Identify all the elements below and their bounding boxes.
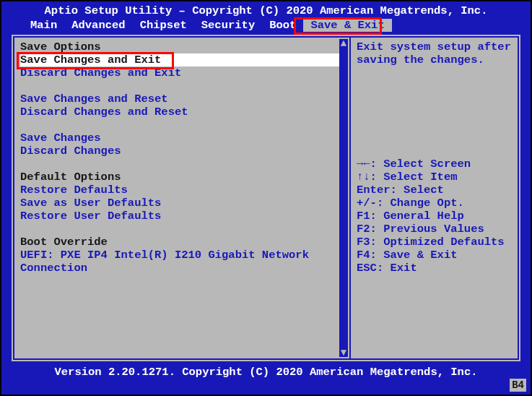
tab-save-exit[interactable]: Save & Exit: [303, 19, 391, 32]
blank-row: [20, 119, 344, 132]
key-hint: ESC: Exit: [357, 262, 512, 275]
key-hint: F2: Previous Values: [357, 223, 512, 236]
key-hint: F1: General Help: [357, 210, 512, 223]
corner-badge: B4: [510, 379, 526, 392]
menu-item[interactable]: Restore User Defaults: [20, 210, 344, 223]
help-text: Exit system setup after saving the chang…: [357, 40, 512, 66]
menu-item[interactable]: Save Changes and Reset: [20, 92, 344, 106]
tab-security[interactable]: Security: [194, 19, 262, 32]
tab-main[interactable]: Main: [23, 19, 64, 32]
menu-item[interactable]: Discard Changes and Reset: [20, 106, 344, 119]
key-hint: F4: Save & Exit: [357, 249, 512, 262]
blank-row: [20, 158, 344, 171]
footer-text: Version 2.20.1271. Copyright (C) 2020 Am…: [1, 361, 531, 379]
tab-chipset[interactable]: Chipset: [133, 19, 194, 32]
key-hint: Enter: Select: [357, 184, 512, 197]
menu-item[interactable]: Discard Changes and Exit: [20, 66, 344, 79]
key-legend: →←: Select Screen↑↓: Select ItemEnter: S…: [357, 158, 512, 275]
help-pane: Exit system setup after saving the chang…: [349, 36, 519, 360]
menu-item[interactable]: Save Changes: [20, 132, 344, 145]
menu-bar: MainAdvancedChipsetSecurityBootSave & Ex…: [1, 19, 531, 35]
menu-item[interactable]: UEFI: PXE IP4 Intel(R) I210 Gigabit Netw…: [20, 249, 344, 262]
key-hint: F3: Optimized Defaults: [357, 236, 512, 249]
menu-item[interactable]: Save as User Defaults: [20, 197, 344, 210]
tab-advanced[interactable]: Advanced: [64, 19, 132, 32]
main-panels: Save OptionsSave Changes and ExitDiscard…: [12, 35, 520, 361]
key-hint: →←: Select Screen: [357, 158, 512, 171]
menu-item[interactable]: Restore Defaults: [20, 184, 344, 197]
blank-row: [20, 223, 344, 236]
menu-item[interactable]: Save Changes and Exit: [20, 53, 344, 66]
scroll-down-icon[interactable]: ▼: [339, 348, 348, 357]
key-hint: +/-: Change Opt.: [357, 197, 512, 210]
menu-item[interactable]: Connection: [20, 262, 344, 275]
options-pane: Save OptionsSave Changes and ExitDiscard…: [13, 36, 349, 360]
key-hint: ↑↓: Select Item: [357, 171, 512, 184]
tab-boot[interactable]: Boot: [262, 19, 303, 32]
section-header: Default Options: [20, 171, 344, 184]
page-title: Aptio Setup Utility – Copyright (C) 2020…: [1, 1, 531, 19]
scrollbar[interactable]: ▲ ▼: [339, 39, 348, 357]
menu-item[interactable]: Discard Changes: [20, 145, 344, 158]
section-header: Save Options: [20, 40, 344, 53]
blank-row: [20, 79, 344, 92]
section-header: Boot Override: [20, 236, 344, 249]
scroll-up-icon[interactable]: ▲: [339, 39, 348, 48]
